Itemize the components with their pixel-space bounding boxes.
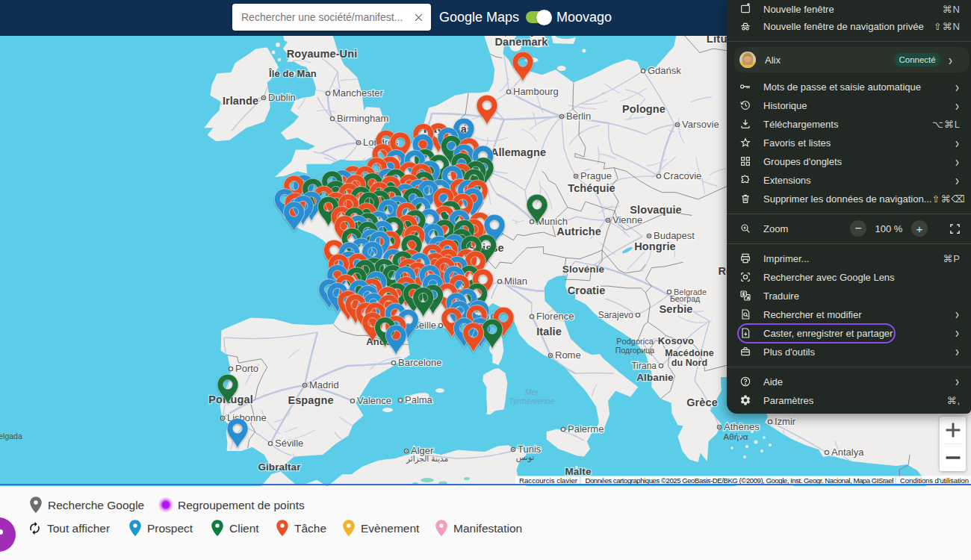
svg-text:Macédoine: Macédoine (665, 348, 714, 358)
svg-text:Données cartographiques ©2025: Données cartographiques ©2025 GeoBasis-D… (586, 476, 894, 485)
svg-text:Danemark: Danemark (495, 36, 549, 48)
svg-text:Αθήνα: Αθήνα (724, 432, 748, 441)
svg-text:Izmir: Izmir (775, 416, 796, 427)
svg-text:Valence: Valence (357, 395, 391, 406)
svg-text:Подгорица: Подгорица (615, 346, 654, 355)
svg-text:Allemagne: Allemagne (491, 146, 546, 158)
svg-text:Gdańsk: Gdańsk (648, 65, 681, 76)
svg-text:Pologne: Pologne (622, 103, 666, 115)
svg-text:Milan: Milan (504, 276, 527, 287)
svg-text:Gibraltar: Gibraltar (258, 461, 301, 473)
svg-text:Birmingham: Birmingham (337, 113, 388, 124)
svg-text:Irlande: Irlande (223, 95, 258, 107)
svg-text:Dublin: Dublin (268, 92, 296, 103)
svg-text:Serbie: Serbie (660, 303, 693, 315)
svg-text:Croatie: Croatie (568, 284, 606, 296)
svg-text:Budapest: Budapest (654, 230, 695, 241)
svg-text:Hongrie: Hongrie (634, 240, 675, 252)
svg-text:Vienne: Vienne (612, 214, 642, 225)
svg-text:Palma: Palma (405, 394, 433, 405)
svg-text:Athènes: Athènes (724, 421, 760, 432)
svg-text:Madrid: Madrid (309, 379, 339, 391)
svg-text:Royaume-Uni: Royaume-Uni (287, 48, 358, 60)
svg-text:Albanie: Albanie (636, 372, 674, 383)
svg-text:Conditions d'utilisation: Conditions d'utilisation (900, 476, 969, 485)
svg-text:مدينة الجزائر: مدينة الجزائر (406, 454, 448, 464)
svg-text:Berlin: Berlin (566, 111, 591, 122)
svg-text:Malte: Malte (565, 466, 591, 477)
svg-text:تونس: تونس (516, 452, 535, 462)
svg-text:Copenhague: Copenhague (493, 36, 545, 37)
svg-text:Manchester: Manchester (332, 87, 384, 99)
svg-text:Hambourg: Hambourg (513, 86, 559, 97)
svg-text:Italie: Italie (536, 326, 562, 337)
svg-text:Porto: Porto (235, 363, 258, 374)
svg-text:du Nord: du Nord (671, 358, 708, 368)
svg-text:Mer: Mer (525, 388, 539, 396)
svg-text:Séville: Séville (275, 438, 303, 449)
svg-text:Autriche: Autriche (556, 225, 601, 237)
svg-text:Île de Man: Île de Man (268, 68, 317, 79)
svg-text:Tirana: Tirana (631, 361, 657, 371)
svg-text:Barcelone: Barcelone (398, 357, 442, 368)
svg-text:elgada: elgada (0, 432, 22, 441)
svg-text:Podgorica: Podgorica (616, 337, 654, 346)
svg-text:Varsovie: Varsovie (682, 119, 719, 130)
svg-text:Kosovo: Kosovo (658, 335, 694, 346)
svg-text:Espagne: Espagne (288, 394, 333, 406)
svg-text:Antalya: Antalya (831, 447, 864, 458)
svg-text:Palerme: Palerme (568, 423, 604, 435)
svg-text:Raccourcis clavier: Raccourcis clavier (519, 476, 578, 485)
svg-text:Florence: Florence (536, 311, 574, 322)
svg-text:Београд: Београд (670, 294, 700, 303)
svg-text:Tchéquie: Tchéquie (568, 182, 615, 194)
svg-text:Grèce: Grèce (686, 396, 718, 408)
svg-text:Prague: Prague (580, 170, 612, 181)
svg-text:Rome: Rome (555, 349, 581, 361)
svg-text:Slovénie: Slovénie (562, 264, 605, 275)
svg-text:Cracovie: Cracovie (663, 170, 701, 181)
svg-text:Sarajevo: Sarajevo (598, 310, 634, 320)
svg-text:Tyrrhénienne: Tyrrhénienne (509, 396, 554, 405)
